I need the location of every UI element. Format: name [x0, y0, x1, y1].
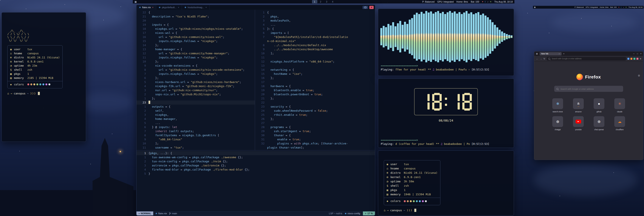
line-number: 24: [255, 109, 267, 113]
close-button[interactable]: ×: [640, 53, 642, 55]
extension-icon-blue[interactable]: [628, 58, 629, 60]
line-number: 25: [255, 113, 267, 117]
visualizer-bar: [470, 12, 472, 61]
power-profile-indicator[interactable]: P: Balanced: [422, 1, 434, 3]
power-profile-indicator[interactable]: P: Balanced: [574, 6, 584, 8]
tabline-actions: ×: [362, 5, 375, 10]
window-close-button[interactable]: ×: [369, 6, 374, 9]
code-text: firefox-mod-blur = pkgs.callPackage ./fi…: [148, 167, 375, 172]
code-line: 2 self,: [136, 109, 255, 113]
editor-statusline: ● NORMAL ❄ flake.nix main LSP ~ null-ls …: [136, 211, 375, 215]
bluetooth-icon[interactable]: ᛒ: [485, 1, 486, 3]
visualizer-bar: [487, 17, 489, 56]
back-button[interactable]: ←: [536, 58, 538, 60]
heart-icon[interactable]: ♥: [482, 1, 483, 3]
tab-close-icon[interactable]: ×: [559, 53, 560, 55]
divider: [384, 198, 440, 198]
workspace-button-1[interactable]: 1: [312, 0, 317, 3]
fetch-row-shell: $shellzsh: [386, 184, 438, 188]
new-tab-search-bar[interactable]: [554, 86, 623, 92]
code-text: nur.url = "github:nix-community/nur";: [148, 88, 255, 92]
volume-icon[interactable]: ♪: [487, 1, 488, 3]
clock-digit-8: [462, 93, 472, 111]
distro-icon: ❄: [386, 171, 390, 175]
shortcut-search.nixos[interactable]: ❄search.nixos: [550, 98, 566, 113]
git-branch-indicator[interactable]: main: [169, 212, 177, 215]
terminal-cursor: [38, 92, 40, 95]
palette-dot: [40, 83, 41, 85]
bluetooth-icon[interactable]: ᛒ: [621, 7, 622, 8]
toggle-preview-button[interactable]: [362, 6, 368, 9]
shortcut-cloudflare[interactable]: ☁cloudflare: [612, 116, 628, 131]
address-input[interactable]: [551, 57, 624, 60]
battery-indicator[interactable]: Bat: 100: [471, 1, 479, 3]
shortcut-claude[interactable]: ✳claude: [612, 98, 628, 113]
divider: [8, 81, 62, 81]
visualizer-bar: [394, 26, 396, 47]
tab-label: flake.nix: [142, 6, 151, 9]
line-number: 3: [136, 163, 148, 167]
code-text: home-manager = {: [148, 47, 255, 51]
volume-icon[interactable]: ♪: [623, 7, 624, 8]
shortcut-amazon[interactable]: a‿amazon: [570, 98, 586, 113]
workspace-button-3[interactable]: 3: [324, 0, 329, 3]
refresh-button[interactable]: ↻: [544, 58, 545, 60]
search-icon: [556, 88, 558, 90]
bar-clock[interactable]: Thu Aug 08, 18:18: [628, 6, 642, 8]
fetch-row-distro: ❄distroNixOS 24.11 (Vicuna): [10, 55, 60, 60]
shell-prompt[interactable]: ⌂ → canopus ~ ))): [7, 92, 80, 95]
code-line: 4 ...: [255, 23, 375, 27]
tab-close-icon[interactable]: ×: [178, 6, 179, 9]
editor-tab-flake-nix[interactable]: ❄flake.nix×: [136, 5, 156, 10]
extension-icon-orange[interactable]: [630, 58, 632, 60]
buffer-pkgs-default[interactable]: 1{pkgs, ...}: {1 tux-awesome-wm-config =…: [136, 150, 375, 211]
nix-icon: ❄: [159, 6, 160, 9]
fetch-row-shell: $shellzsh: [10, 68, 60, 72]
extension-icon-pink[interactable]: [636, 58, 638, 60]
new-tab-button[interactable]: +: [563, 53, 564, 55]
editor-tab-hosts-isoImag-[interactable]: ❄hosts/isoImag...×: [182, 5, 210, 10]
app-menu-icon[interactable]: ▦: [534, 6, 536, 8]
hamburger-menu-icon[interactable]: ≡: [640, 57, 641, 60]
shortcut-chatgpt[interactable]: ⊛chatgpt: [550, 116, 566, 131]
editor-splits: 22{21 description = "tux's NixOS Flake";…: [136, 10, 375, 150]
gpu-indicator[interactable]: GPU: Integrated: [586, 6, 598, 8]
tab-close-icon[interactable]: ×: [152, 6, 154, 9]
firefox-view-icon[interactable]: ▦: [536, 53, 538, 55]
address-bar[interactable]: [547, 57, 626, 61]
maximize-button[interactable]: □: [637, 53, 638, 55]
gpu-indicator[interactable]: GPU: Integrated: [437, 1, 454, 3]
tab-close-icon[interactable]: ×: [206, 6, 207, 9]
network-icon[interactable]: ≋: [626, 7, 627, 8]
personalize-gear-icon[interactable]: ⚙: [638, 74, 640, 77]
shortcut-youtube[interactable]: ▶youtube: [570, 116, 586, 131]
forward-button[interactable]: →: [540, 58, 542, 60]
code-line: 9 "x86_64-linux": [136, 137, 255, 141]
shell-icon: $: [386, 184, 390, 188]
browser-tab-new-tab[interactable]: New Tab ×: [540, 52, 562, 55]
battery-indicator[interactable]: Bat: 100: [610, 6, 617, 8]
shortcut-chat.openai[interactable]: ⊛chat.openai: [591, 116, 607, 131]
bar-clock[interactable]: Thu Aug 08, 18:18: [494, 1, 513, 3]
workspace-button-2[interactable]: 2: [318, 0, 323, 3]
code-line: 3 astronvim = pkgs.callPackage ./astronv…: [136, 163, 375, 167]
network-latency-indicator[interactable]: Home: 6ms: [600, 6, 608, 8]
line-number: 1: [136, 155, 148, 159]
buffer-flake-nix[interactable]: 22{21 description = "tux's NixOS Flake";…: [136, 10, 255, 150]
app-menu-icon[interactable]: ▦: [134, 1, 137, 3]
fetch-value: 6.9.8-zen1: [27, 60, 44, 64]
vim-mode-label: NORMAL: [141, 212, 151, 215]
project-indicator[interactable]: ◉ nixos-config: [345, 212, 360, 215]
network-latency-indicator[interactable]: Home: 8ms: [456, 1, 468, 3]
shortcut-github[interactable]: ●github: [591, 98, 607, 113]
buffer-iso-image[interactable]: 1{2 pkgs,3 modulesPath,4 ...5}: {6 impor…: [255, 10, 375, 150]
new-tab-search-input[interactable]: [560, 88, 621, 90]
shell-prompt[interactable]: ⌂ → canopus ~ ))): [384, 209, 508, 212]
heart-icon[interactable]: ♥: [618, 7, 619, 8]
extension-icon-teal[interactable]: [634, 58, 636, 60]
minimize-button[interactable]: ─: [633, 53, 634, 55]
network-icon[interactable]: ≋: [490, 1, 492, 3]
workspace-button-4[interactable]: 4: [330, 0, 335, 3]
editor-tab-pkgs-default-[interactable]: ❄pkgs/default...×: [156, 5, 182, 10]
code-text: nixos-hardware.url = "github:nixos/nixos…: [148, 80, 255, 84]
